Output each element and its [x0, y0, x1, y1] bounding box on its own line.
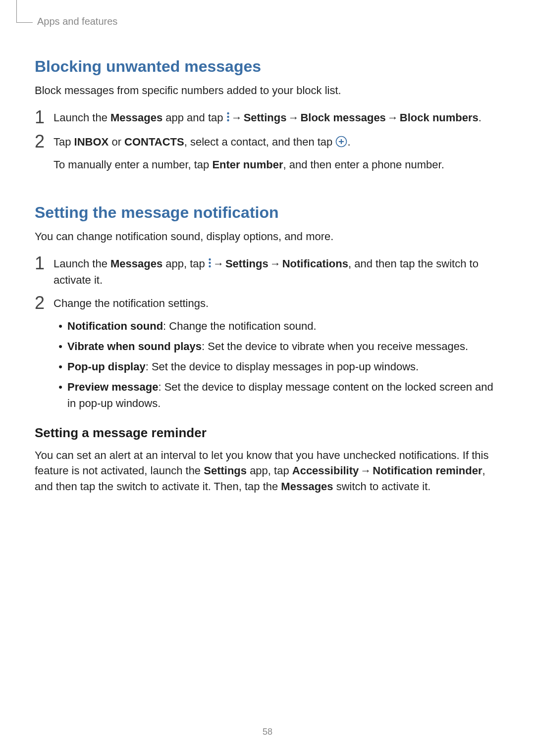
- text: , select a contact, and then tap: [184, 136, 336, 148]
- step-1-notification: 1 Launch the Messages app, tap → Setting…: [35, 253, 500, 288]
- step-number: 1: [35, 253, 54, 273]
- text: app, tap: [247, 464, 292, 477]
- settings-label: Settings: [244, 111, 287, 124]
- text: or: [108, 136, 124, 148]
- app-name: Messages: [110, 111, 162, 124]
- text: app and tap: [162, 111, 226, 124]
- heading-setting-message-reminder: Setting a message reminder: [35, 425, 500, 441]
- text: Launch the: [54, 111, 110, 124]
- settings-app-label: Settings: [204, 464, 247, 477]
- svg-point-8: [209, 265, 211, 267]
- text: .: [479, 111, 482, 124]
- svg-point-0: [227, 112, 229, 114]
- step-2-notification: 2 Change the notification settings.: [35, 293, 500, 313]
- more-options-icon: [208, 257, 212, 268]
- step-number: 2: [35, 293, 54, 313]
- text: .: [347, 136, 350, 148]
- list-item: • Vibrate when sound plays: Set the devi…: [54, 338, 500, 354]
- arrow: →: [359, 463, 373, 479]
- bullet-text: Preview message: Set the device to displ…: [67, 379, 500, 411]
- text: , and then enter a phone number.: [283, 158, 444, 171]
- app-name: Messages: [110, 257, 162, 270]
- block-messages-label: Block messages: [300, 111, 385, 124]
- step-2-sub: To manually enter a number, tap Enter nu…: [54, 156, 500, 173]
- accessibility-label: Accessibility: [292, 464, 359, 477]
- notification-reminder-label: Notification reminder: [373, 464, 482, 477]
- text: Launch the: [54, 257, 110, 270]
- bullet-icon: •: [54, 358, 67, 375]
- text: Tap: [54, 136, 74, 148]
- list-item: • Pop-up display: Set the device to disp…: [54, 358, 500, 375]
- step-2-blocking: 2 Tap INBOX or CONTACTS, select a contac…: [35, 132, 500, 151]
- step-body: Launch the Messages app and tap → Settin…: [54, 107, 482, 126]
- more-options-icon: [226, 111, 230, 122]
- settings-label: Settings: [225, 257, 268, 270]
- arrow: →: [212, 255, 225, 272]
- page-content: Blocking unwanted messages Block message…: [35, 50, 500, 504]
- bullet-text: Vibrate when sound plays: Set the device…: [67, 338, 468, 354]
- bullet-label: Preview message: [67, 381, 158, 393]
- svg-point-7: [209, 262, 211, 264]
- bullet-list: • Notification sound: Change the notific…: [54, 318, 500, 411]
- arrow: →: [286, 109, 300, 126]
- heading-blocking-unwanted-messages: Blocking unwanted messages: [35, 57, 500, 76]
- svg-point-6: [209, 258, 211, 260]
- page-header-ornament: [16, 0, 33, 23]
- list-item: • Notification sound: Change the notific…: [54, 318, 500, 334]
- step-body: Change the notification settings.: [54, 293, 209, 311]
- arrow: →: [230, 109, 244, 126]
- step-body: Tap INBOX or CONTACTS, select a contact,…: [54, 132, 351, 150]
- arrow: →: [268, 255, 282, 272]
- breadcrumb: Apps and features: [37, 16, 117, 27]
- intro-blocking: Block messages from specific numbers add…: [35, 83, 500, 99]
- messages-label: Messages: [281, 480, 333, 493]
- heading-setting-message-notification: Setting the message notification: [35, 203, 500, 222]
- bullet-label: Vibrate when sound plays: [67, 340, 202, 353]
- bullet-icon: •: [54, 338, 67, 354]
- list-item: • Preview message: Set the device to dis…: [54, 379, 500, 411]
- inbox-label: INBOX: [74, 136, 109, 148]
- bullet-label: Notification sound: [67, 320, 163, 332]
- reminder-paragraph: You can set an alert at an interval to l…: [35, 448, 500, 495]
- enter-number-label: Enter number: [212, 158, 283, 171]
- bullet-icon: •: [54, 379, 67, 395]
- bullet-text: Pop-up display: Set the device to displa…: [67, 358, 419, 375]
- text: app, tap: [162, 257, 208, 270]
- step-1-blocking: 1 Launch the Messages app and tap → Sett…: [35, 107, 500, 127]
- step-body: Launch the Messages app, tap → Settings …: [54, 253, 500, 288]
- step-number: 2: [35, 132, 54, 151]
- bullet-text: Notification sound: Change the notificat…: [67, 318, 317, 334]
- bullet-desc: : Set the device to vibrate when you rec…: [202, 340, 468, 353]
- bullet-label: Pop-up display: [67, 360, 146, 373]
- bullet-desc: : Change the notification sound.: [163, 320, 316, 332]
- contacts-label: CONTACTS: [124, 136, 184, 148]
- add-icon: [335, 136, 347, 148]
- text: switch to activate it.: [333, 480, 431, 493]
- svg-point-1: [227, 116, 229, 118]
- intro-notification: You can change notification sound, displ…: [35, 229, 500, 245]
- block-numbers-label: Block numbers: [400, 111, 479, 124]
- step-number: 1: [35, 107, 54, 127]
- svg-point-2: [227, 119, 229, 121]
- bullet-desc: : Set the device to display messages in …: [146, 360, 419, 373]
- page-number: 58: [0, 727, 535, 737]
- bullet-icon: •: [54, 318, 67, 334]
- notifications-label: Notifications: [282, 257, 348, 270]
- arrow: →: [386, 109, 400, 126]
- text: To manually enter a number, tap: [54, 158, 212, 171]
